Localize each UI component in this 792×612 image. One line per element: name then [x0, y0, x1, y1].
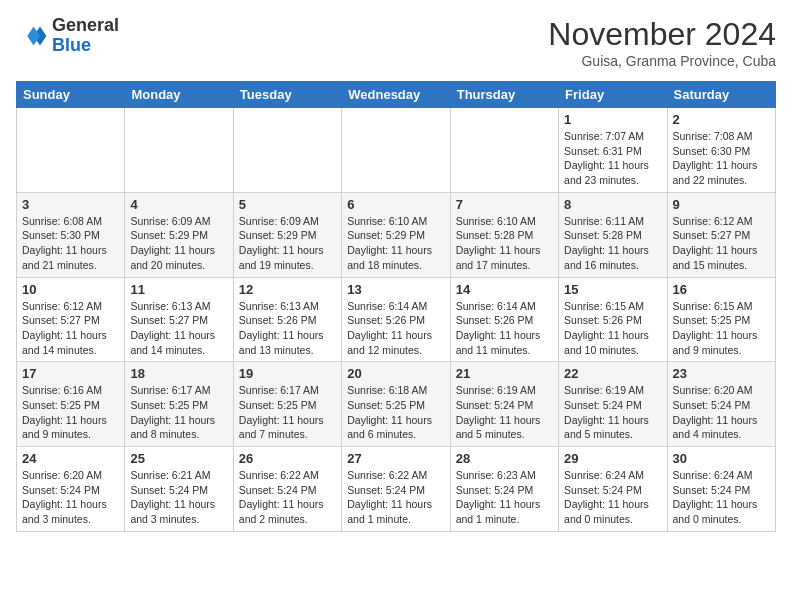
calendar-week: 3Sunrise: 6:08 AM Sunset: 5:30 PM Daylig… — [17, 192, 776, 277]
calendar-day-cell: 10Sunrise: 6:12 AM Sunset: 5:27 PM Dayli… — [17, 277, 125, 362]
day-number: 22 — [564, 366, 661, 381]
day-number: 11 — [130, 282, 227, 297]
day-info: Sunrise: 6:20 AM Sunset: 5:24 PM Dayligh… — [22, 468, 119, 527]
day-info: Sunrise: 6:22 AM Sunset: 5:24 PM Dayligh… — [239, 468, 336, 527]
calendar-day-cell — [342, 108, 450, 193]
day-number: 26 — [239, 451, 336, 466]
calendar-day-cell: 9Sunrise: 6:12 AM Sunset: 5:27 PM Daylig… — [667, 192, 775, 277]
day-info: Sunrise: 6:10 AM Sunset: 5:28 PM Dayligh… — [456, 214, 553, 273]
calendar-day-cell: 22Sunrise: 6:19 AM Sunset: 5:24 PM Dayli… — [559, 362, 667, 447]
calendar-day-cell — [125, 108, 233, 193]
day-info: Sunrise: 6:19 AM Sunset: 5:24 PM Dayligh… — [456, 383, 553, 442]
day-info: Sunrise: 6:17 AM Sunset: 5:25 PM Dayligh… — [130, 383, 227, 442]
calendar-week: 17Sunrise: 6:16 AM Sunset: 5:25 PM Dayli… — [17, 362, 776, 447]
day-info: Sunrise: 6:19 AM Sunset: 5:24 PM Dayligh… — [564, 383, 661, 442]
calendar-day-cell: 27Sunrise: 6:22 AM Sunset: 5:24 PM Dayli… — [342, 447, 450, 532]
calendar-day-cell: 28Sunrise: 6:23 AM Sunset: 5:24 PM Dayli… — [450, 447, 558, 532]
calendar-day-cell: 24Sunrise: 6:20 AM Sunset: 5:24 PM Dayli… — [17, 447, 125, 532]
day-number: 4 — [130, 197, 227, 212]
calendar-day-cell: 20Sunrise: 6:18 AM Sunset: 5:25 PM Dayli… — [342, 362, 450, 447]
day-info: Sunrise: 6:23 AM Sunset: 5:24 PM Dayligh… — [456, 468, 553, 527]
day-info: Sunrise: 6:16 AM Sunset: 5:25 PM Dayligh… — [22, 383, 119, 442]
day-info: Sunrise: 6:22 AM Sunset: 5:24 PM Dayligh… — [347, 468, 444, 527]
page-header: General Blue November 2024 Guisa, Granma… — [16, 16, 776, 69]
calendar-day-cell: 23Sunrise: 6:20 AM Sunset: 5:24 PM Dayli… — [667, 362, 775, 447]
calendar-day-cell: 21Sunrise: 6:19 AM Sunset: 5:24 PM Dayli… — [450, 362, 558, 447]
day-info: Sunrise: 6:24 AM Sunset: 5:24 PM Dayligh… — [673, 468, 770, 527]
month-title: November 2024 — [548, 16, 776, 53]
calendar-day-cell: 6Sunrise: 6:10 AM Sunset: 5:29 PM Daylig… — [342, 192, 450, 277]
day-number: 5 — [239, 197, 336, 212]
calendar-day-cell: 16Sunrise: 6:15 AM Sunset: 5:25 PM Dayli… — [667, 277, 775, 362]
day-number: 8 — [564, 197, 661, 212]
calendar-day-cell: 12Sunrise: 6:13 AM Sunset: 5:26 PM Dayli… — [233, 277, 341, 362]
day-number: 7 — [456, 197, 553, 212]
calendar-day-cell — [17, 108, 125, 193]
day-number: 25 — [130, 451, 227, 466]
day-info: Sunrise: 6:15 AM Sunset: 5:26 PM Dayligh… — [564, 299, 661, 358]
calendar-table: SundayMondayTuesdayWednesdayThursdayFrid… — [16, 81, 776, 532]
logo-general: General — [52, 15, 119, 35]
header-day: Friday — [559, 82, 667, 108]
calendar-header: SundayMondayTuesdayWednesdayThursdayFrid… — [17, 82, 776, 108]
calendar-week: 24Sunrise: 6:20 AM Sunset: 5:24 PM Dayli… — [17, 447, 776, 532]
calendar-day-cell: 2Sunrise: 7:08 AM Sunset: 6:30 PM Daylig… — [667, 108, 775, 193]
logo-icon — [16, 20, 48, 52]
day-info: Sunrise: 6:18 AM Sunset: 5:25 PM Dayligh… — [347, 383, 444, 442]
day-number: 12 — [239, 282, 336, 297]
day-info: Sunrise: 6:17 AM Sunset: 5:25 PM Dayligh… — [239, 383, 336, 442]
subtitle: Guisa, Granma Province, Cuba — [548, 53, 776, 69]
day-number: 6 — [347, 197, 444, 212]
header-day: Monday — [125, 82, 233, 108]
calendar-day-cell: 7Sunrise: 6:10 AM Sunset: 5:28 PM Daylig… — [450, 192, 558, 277]
day-number: 3 — [22, 197, 119, 212]
day-number: 27 — [347, 451, 444, 466]
day-number: 15 — [564, 282, 661, 297]
day-info: Sunrise: 6:14 AM Sunset: 5:26 PM Dayligh… — [347, 299, 444, 358]
calendar-day-cell: 11Sunrise: 6:13 AM Sunset: 5:27 PM Dayli… — [125, 277, 233, 362]
day-info: Sunrise: 6:08 AM Sunset: 5:30 PM Dayligh… — [22, 214, 119, 273]
day-info: Sunrise: 6:11 AM Sunset: 5:28 PM Dayligh… — [564, 214, 661, 273]
header-row: SundayMondayTuesdayWednesdayThursdayFrid… — [17, 82, 776, 108]
day-number: 28 — [456, 451, 553, 466]
day-number: 18 — [130, 366, 227, 381]
header-day: Sunday — [17, 82, 125, 108]
calendar-day-cell: 18Sunrise: 6:17 AM Sunset: 5:25 PM Dayli… — [125, 362, 233, 447]
title-block: November 2024 Guisa, Granma Province, Cu… — [548, 16, 776, 69]
day-number: 13 — [347, 282, 444, 297]
calendar-day-cell: 26Sunrise: 6:22 AM Sunset: 5:24 PM Dayli… — [233, 447, 341, 532]
calendar-day-cell — [450, 108, 558, 193]
calendar-day-cell: 4Sunrise: 6:09 AM Sunset: 5:29 PM Daylig… — [125, 192, 233, 277]
day-info: Sunrise: 6:13 AM Sunset: 5:27 PM Dayligh… — [130, 299, 227, 358]
day-info: Sunrise: 6:15 AM Sunset: 5:25 PM Dayligh… — [673, 299, 770, 358]
day-info: Sunrise: 6:09 AM Sunset: 5:29 PM Dayligh… — [239, 214, 336, 273]
calendar-day-cell: 19Sunrise: 6:17 AM Sunset: 5:25 PM Dayli… — [233, 362, 341, 447]
day-info: Sunrise: 6:12 AM Sunset: 5:27 PM Dayligh… — [22, 299, 119, 358]
day-number: 14 — [456, 282, 553, 297]
calendar-week: 10Sunrise: 6:12 AM Sunset: 5:27 PM Dayli… — [17, 277, 776, 362]
day-number: 23 — [673, 366, 770, 381]
day-info: Sunrise: 6:21 AM Sunset: 5:24 PM Dayligh… — [130, 468, 227, 527]
day-info: Sunrise: 6:10 AM Sunset: 5:29 PM Dayligh… — [347, 214, 444, 273]
calendar-day-cell: 29Sunrise: 6:24 AM Sunset: 5:24 PM Dayli… — [559, 447, 667, 532]
day-info: Sunrise: 6:09 AM Sunset: 5:29 PM Dayligh… — [130, 214, 227, 273]
header-day: Wednesday — [342, 82, 450, 108]
day-info: Sunrise: 6:20 AM Sunset: 5:24 PM Dayligh… — [673, 383, 770, 442]
day-info: Sunrise: 7:07 AM Sunset: 6:31 PM Dayligh… — [564, 129, 661, 188]
day-number: 16 — [673, 282, 770, 297]
logo-text: General Blue — [52, 16, 119, 56]
day-number: 17 — [22, 366, 119, 381]
calendar-body: 1Sunrise: 7:07 AM Sunset: 6:31 PM Daylig… — [17, 108, 776, 532]
calendar-day-cell: 8Sunrise: 6:11 AM Sunset: 5:28 PM Daylig… — [559, 192, 667, 277]
calendar-day-cell: 17Sunrise: 6:16 AM Sunset: 5:25 PM Dayli… — [17, 362, 125, 447]
day-number: 2 — [673, 112, 770, 127]
day-info: Sunrise: 7:08 AM Sunset: 6:30 PM Dayligh… — [673, 129, 770, 188]
calendar-day-cell: 5Sunrise: 6:09 AM Sunset: 5:29 PM Daylig… — [233, 192, 341, 277]
day-info: Sunrise: 6:24 AM Sunset: 5:24 PM Dayligh… — [564, 468, 661, 527]
calendar-week: 1Sunrise: 7:07 AM Sunset: 6:31 PM Daylig… — [17, 108, 776, 193]
header-day: Tuesday — [233, 82, 341, 108]
calendar-day-cell: 25Sunrise: 6:21 AM Sunset: 5:24 PM Dayli… — [125, 447, 233, 532]
calendar-day-cell: 3Sunrise: 6:08 AM Sunset: 5:30 PM Daylig… — [17, 192, 125, 277]
day-number: 9 — [673, 197, 770, 212]
day-number: 10 — [22, 282, 119, 297]
